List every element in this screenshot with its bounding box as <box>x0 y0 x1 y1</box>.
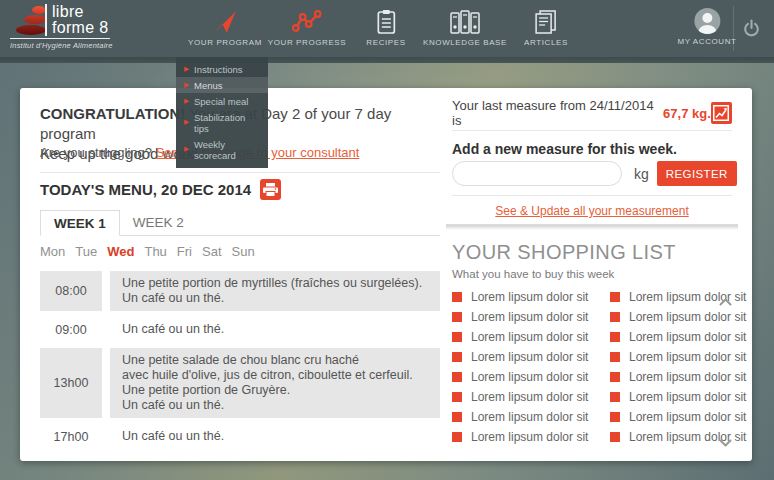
progress-graph-icon <box>268 8 346 35</box>
menu-arrow-icon: ▶ <box>184 82 189 89</box>
shopping-item: Lorem lipsum dolor sit <box>610 307 722 327</box>
top-nav-bar: libre forme 8 Institut d'Hygiène Aliment… <box>0 0 774 57</box>
nav-item-knowledge-base[interactable]: KNOWLEDGE BASE <box>423 8 507 47</box>
day-wed[interactable]: Wed <box>107 244 134 259</box>
dropdown-item-weekly-scorecard[interactable]: ▶ Weekly scorecard <box>176 136 268 163</box>
day-thu[interactable]: Thu <box>144 244 166 259</box>
logo-divider <box>45 4 47 36</box>
weight-input[interactable] <box>452 161 622 186</box>
schedule-row: 17h00 Un café ou un thé. <box>40 424 440 449</box>
menu-arrow-icon: ▶ <box>184 66 189 73</box>
main-content-card: CONGRATULATION! You are at Day 2 of your… <box>20 88 752 461</box>
bullet-icon <box>610 432 620 442</box>
day-mon[interactable]: Mon <box>40 244 65 259</box>
chevron-down-icon[interactable] <box>719 433 732 451</box>
tab-week-1[interactable]: WEEK 1 <box>40 210 120 236</box>
shopping-item: Lorem lipsum dolor sit <box>452 427 602 447</box>
app-logo[interactable]: libre forme 8 Institut d'Hygiène Aliment… <box>10 4 113 50</box>
logo-name: libre forme 8 <box>52 4 108 36</box>
schedule-row: 09:00 Un café ou un thé. <box>40 317 440 342</box>
knowledge-binders-icon <box>423 8 507 35</box>
see-update-measurements-link[interactable]: See & Update all your measurement <box>495 204 688 218</box>
header-shadow-band <box>0 57 774 63</box>
day-fri[interactable]: Fri <box>177 244 192 259</box>
nav-item-recipes[interactable]: RECIPES <box>366 8 405 47</box>
right-divider <box>452 130 732 131</box>
recipes-clipboard-icon <box>366 8 405 35</box>
dropdown-item-menus[interactable]: ▶ Menus <box>176 77 268 93</box>
day-tue[interactable]: Tue <box>75 244 97 259</box>
logo-tagline: Institut d'Hygiène Alimentaire <box>10 41 113 50</box>
meal-description: Un café ou un thé. <box>110 424 440 449</box>
bullet-icon <box>452 432 462 442</box>
shopping-item: Lorem lipsum dolor sit <box>610 367 722 387</box>
header-separator <box>733 6 734 51</box>
day-sun[interactable]: Sun <box>232 244 255 259</box>
shopping-item: Lorem lipsum dolor sit <box>452 387 602 407</box>
bullet-icon <box>452 352 462 362</box>
chevron-up-icon[interactable] <box>719 292 732 310</box>
shopping-item: Lorem lipsum dolor sit <box>610 427 722 447</box>
right-divider <box>452 195 732 196</box>
logo-underline <box>10 38 110 39</box>
menu-arrow-icon: ▶ <box>184 98 189 105</box>
bullet-icon <box>610 412 620 422</box>
meal-time: 08:00 <box>40 271 102 311</box>
dropdown-item-stabilization-tips[interactable]: ▶ Stabilization tips <box>176 109 268 136</box>
weight-chart-icon[interactable] <box>711 102 732 124</box>
shopping-item: Lorem lipsum dolor sit <box>452 407 602 427</box>
bullet-icon <box>610 372 620 382</box>
meal-time: 09:00 <box>40 317 102 342</box>
schedule-row: 08:00 Une petite portion de myrtilles (f… <box>40 271 440 311</box>
shopping-item: Lorem lipsum dolor sit <box>452 307 602 327</box>
logo-stones-icon <box>10 6 46 36</box>
user-avatar-icon <box>694 8 720 34</box>
shopping-item: Lorem lipsum dolor sit <box>452 347 602 367</box>
bullet-icon <box>610 352 620 362</box>
dropdown-item-special-meal[interactable]: ▶ Special meal <box>176 93 268 109</box>
bullet-icon <box>452 372 462 382</box>
dropdown-item-instructions[interactable]: ▶ Instructions <box>176 61 268 77</box>
nav-item-my-account[interactable]: MY ACCOUNT <box>677 8 736 46</box>
meal-description: Un café ou un thé. <box>110 317 440 342</box>
nav-item-your-program[interactable]: YOUR PROGRAM <box>188 8 262 47</box>
week-tabs: WEEK 1 WEEK 2 <box>40 210 440 236</box>
tab-week-2[interactable]: WEEK 2 <box>120 210 197 235</box>
day-selector: Mon Tue Wed Thu Fri Sat Sun <box>40 244 255 259</box>
bullet-icon <box>452 312 462 322</box>
meal-description: Une petite salade de chou blanc cru hach… <box>110 348 440 418</box>
shopping-item: Lorem lipsum dolor sit <box>610 407 722 427</box>
bullet-icon <box>452 332 462 342</box>
printer-icon[interactable] <box>260 179 281 200</box>
todays-menu-title: TODAY'S MENU, 20 DEC 2014 <box>40 181 251 198</box>
shopping-column-right: Lorem lipsum dolor sit Lorem lipsum dolo… <box>610 287 722 447</box>
shopping-list-subtitle: What you have to buy this week <box>452 268 614 280</box>
shopping-column-left: Lorem lipsum dolor sit Lorem lipsum dolo… <box>452 287 602 447</box>
menu-arrow-icon: ▶ <box>184 146 189 153</box>
shopping-item: Lorem lipsum dolor sit <box>610 387 722 407</box>
meal-time: 13h00 <box>40 348 102 418</box>
measure-shopping-column: Your last measure from 24/11/2014 is 67,… <box>452 88 732 461</box>
your-program-dropdown: ▶ Instructions ▶ Menus ▶ Special meal ▶ … <box>176 57 268 168</box>
register-button[interactable]: REGISTER <box>657 161 737 186</box>
shopping-separator <box>446 224 738 225</box>
power-icon[interactable] <box>742 19 761 42</box>
bullet-icon <box>610 392 620 402</box>
shopping-item: Lorem lipsum dolor sit <box>610 347 722 367</box>
shopping-list-title: YOUR SHOPPING LIST <box>452 241 676 264</box>
bullet-icon <box>452 292 462 302</box>
articles-pages-icon <box>524 8 568 35</box>
menu-arrow-icon: ▶ <box>184 119 189 126</box>
day-sat[interactable]: Sat <box>202 244 222 259</box>
shopping-item: Lorem lipsum dolor sit <box>452 367 602 387</box>
last-measure-value: 67,7 kg. <box>663 106 711 121</box>
meal-schedule: 08:00 Une petite portion de myrtilles (f… <box>40 271 440 455</box>
nav-item-your-progress[interactable]: YOUR PROGRESS <box>268 8 346 47</box>
bullet-icon <box>610 312 620 322</box>
nav-item-articles[interactable]: ARTICLES <box>524 8 568 47</box>
shopping-item: Lorem lipsum dolor sit <box>452 327 602 347</box>
bullet-icon <box>610 292 620 302</box>
meal-time: 17h00 <box>40 424 102 449</box>
shopping-item: Lorem lipsum dolor sit <box>610 287 722 307</box>
program-arrow-icon <box>188 8 262 35</box>
